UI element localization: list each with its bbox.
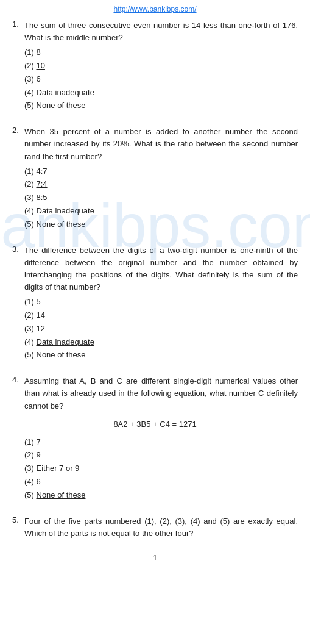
option-3-4: (4) Data inadequate [24, 336, 298, 349]
question-number-5: 5. [12, 515, 24, 524]
option-underline-3-4: Data inadequate [37, 337, 94, 346]
question-text-5: Four of the five parts numbered (1), (2)… [24, 515, 298, 540]
option-1-4: (4) Data inadequate [24, 87, 298, 99]
option-1-1: (1) 8 [24, 46, 298, 59]
option-4-1: (1) 7 [24, 436, 298, 449]
question-text-3: The difference between the digits of a t… [24, 245, 298, 294]
header-url: http://www.bankibps.com/ [12, 5, 298, 13]
question-item-2: 2.When 35 percent of a number is added t… [12, 126, 298, 231]
question-number-1: 1. [12, 20, 24, 29]
question-number-4: 4. [12, 375, 24, 384]
question-text-4: Assuming that A, B and C are different s… [24, 375, 298, 412]
option-1-2: (2) 10 [24, 60, 298, 73]
options-2: (1) 4:7(2) 7:4(3) 8:5(4) Data inadequate… [24, 165, 298, 231]
question-number-2: 2. [12, 126, 24, 135]
option-4-3: (3) Either 7 or 9 [24, 462, 298, 475]
question-text-2: When 35 percent of a number is added to … [24, 126, 298, 162]
question-item-3: 3.The difference between the digits of a… [12, 245, 298, 362]
options-4: (1) 7(2) 9(3) Either 7 or 9(4) 6(5) None… [24, 436, 298, 502]
options-3: (1) 5(2) 14(3) 12(4) Data inadequate(5) … [24, 296, 298, 362]
option-underline-4-5: None of these [37, 490, 86, 499]
question-text-1: The sum of three consecutive even number… [24, 20, 298, 44]
option-2-1: (1) 4:7 [24, 165, 298, 178]
option-2-3: (3) 8:5 [24, 191, 298, 204]
options-1: (1) 8(2) 10(3) 6(4) Data inadequate(5) N… [24, 46, 298, 112]
option-1-5: (5) None of these [24, 99, 298, 112]
question-number-row-3: 3.The difference between the digits of a… [12, 245, 298, 294]
page-number: 1 [153, 553, 157, 562]
option-2-2: (2) 7:4 [24, 178, 298, 191]
option-3-5: (5) None of these [24, 349, 298, 362]
question-number-row-5: 5.Four of the five parts numbered (1), (… [12, 515, 298, 540]
question-number-row-2: 2.When 35 percent of a number is added t… [12, 126, 298, 162]
option-1-3: (3) 6 [24, 73, 298, 86]
option-2-5: (5) None of these [24, 218, 298, 231]
question-item-5: 5.Four of the five parts numbered (1), (… [12, 515, 298, 540]
option-underline-1-2: 10 [37, 61, 45, 70]
option-underline-2-2: 7:4 [37, 179, 48, 188]
page-footer: 1 [12, 553, 298, 562]
question-item-4: 4.Assuming that A, B and C are different… [12, 375, 298, 501]
option-3-3: (3) 12 [24, 323, 298, 335]
option-3-2: (2) 14 [24, 309, 298, 322]
option-2-4: (4) Data inadequate [24, 205, 298, 218]
question-number-row-4: 4.Assuming that A, B and C are different… [12, 375, 298, 412]
question-number-row-1: 1.The sum of three consecutive even numb… [12, 20, 298, 44]
option-3-1: (1) 5 [24, 296, 298, 309]
questions-list: 1.The sum of three consecutive even numb… [12, 20, 298, 540]
equation-4: 8A2 + 3B5 + C4 = 1271 [12, 420, 298, 429]
option-4-2: (2) 9 [24, 449, 298, 462]
question-number-3: 3. [12, 245, 24, 254]
option-4-5: (5) None of these [24, 489, 298, 502]
option-4-4: (4) 6 [24, 476, 298, 488]
question-item-1: 1.The sum of three consecutive even numb… [12, 20, 298, 112]
